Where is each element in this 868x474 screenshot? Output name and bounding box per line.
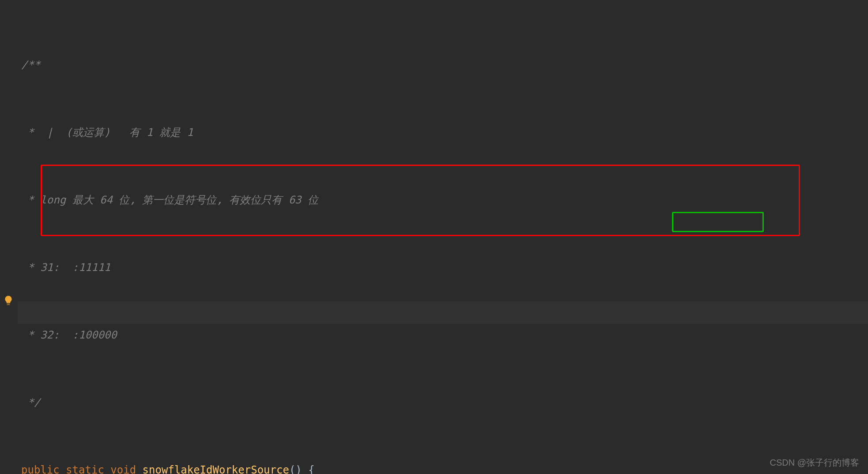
code-area[interactable]: /** * | (或运算) 有 1 就是 1 * long 最大 64 位, 第… [21, 9, 864, 474]
comment-line: * long 最大 64 位, 第一位是符号位, 有效位只有 63 位 [21, 189, 864, 211]
method-signature: public static void snowflakeIdWorkerSour… [21, 459, 864, 474]
comment-line: */ [21, 391, 864, 414]
watermark-text: CSDN @张子行的博客 [770, 457, 859, 469]
code-editor[interactable]: /** * | (或运算) 有 1 就是 1 * long 最大 64 位, 第… [0, 0, 868, 474]
lightbulb-icon[interactable] [3, 295, 14, 306]
svg-rect-0 [7, 304, 10, 304]
comment-line: * 32: :100000 [21, 324, 864, 346]
comment-line: * 31: :11111 [21, 256, 864, 279]
gutter [0, 0, 18, 474]
comment-line: /** [21, 54, 864, 76]
comment-line: * | (或运算) 有 1 就是 1 [21, 121, 864, 144]
